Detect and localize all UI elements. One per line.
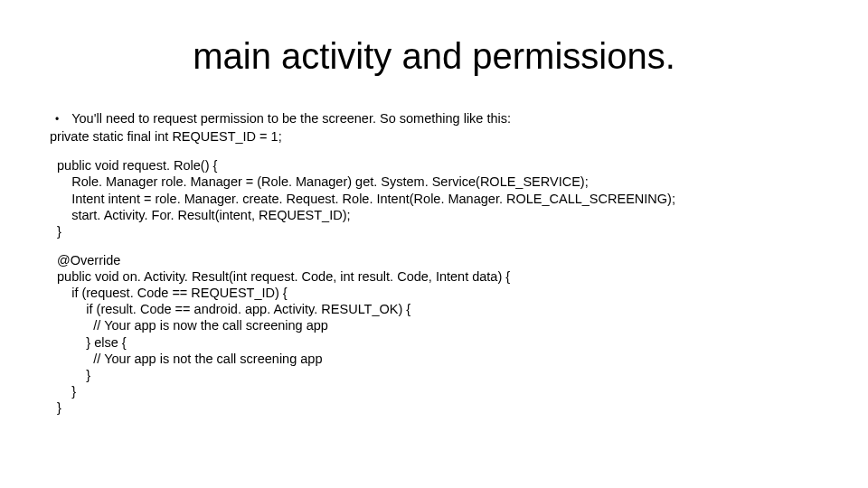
bullet-row: •You'll need to request permission to be…: [50, 110, 818, 127]
bullet-icon: •: [55, 113, 59, 127]
body-content: •You'll need to request permission to be…: [50, 110, 818, 416]
page-title: main activity and permissions.: [0, 36, 868, 77]
bullet-text: You'll need to request permission to be …: [71, 111, 511, 126]
slide: main activity and permissions. •You'll n…: [0, 0, 868, 488]
code-line-private: private static final int REQUEST_ID = 1;: [50, 128, 818, 145]
code-block-2: @Override public void on. Activity. Resu…: [50, 252, 818, 416]
spacer: [50, 239, 818, 252]
code-block-1: public void request. Role() { Role. Mana…: [50, 157, 818, 239]
spacer: [50, 145, 818, 157]
